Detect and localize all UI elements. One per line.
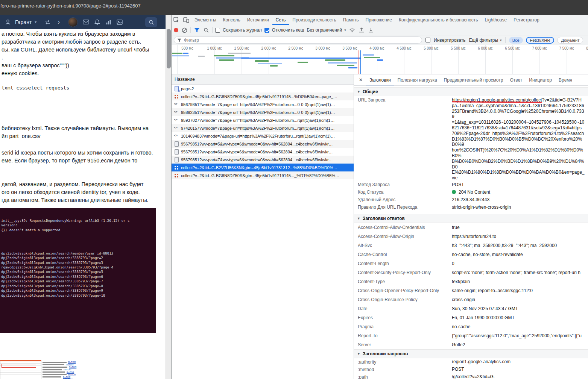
export-har-icon[interactable]: [368, 27, 374, 33]
timeline-tick-label: 4 000 мс: [363, 46, 390, 50]
devtools-tab[interactable]: Приложение: [362, 15, 395, 25]
timeline-tick-label: 2 500 мс: [282, 46, 309, 50]
network-request-row[interactable]: 95679851?wmode=7&page-url=https%3A%2F%2F…: [172, 100, 354, 108]
network-request-row[interactable]: 95679851?wv-part=5&wv-type=6&wmode=0&wv-…: [172, 140, 354, 148]
record-icon[interactable]: [174, 28, 178, 32]
rutor-link[interactable]: RuTOR: [68, 361, 76, 363]
status-code-row: Код Статуса 204 No Content: [354, 188, 588, 196]
inspect-element-icon[interactable]: [172, 15, 181, 25]
details-tab[interactable]: Время: [555, 74, 576, 86]
funnel-icon: [177, 38, 182, 42]
filter-pill[interactable]: Все: [509, 37, 523, 44]
mail-icon[interactable]: [82, 18, 90, 26]
attachment-thumbnail[interactable]: RuTORRuTORRuTORRuTORRuTORRuTORRuTORRuTOR: [0, 360, 135, 379]
network-request-row[interactable]: page-2: [172, 85, 354, 92]
waterfall-bar: [377, 59, 383, 61]
filter-pill[interactable]: Документ: [557, 37, 583, 44]
timeline-tick-label: 5 000 мс: [418, 46, 445, 50]
rutor-link[interactable]: RuTOR: [67, 371, 74, 373]
filter-input-box[interactable]: [174, 36, 422, 44]
rutor-link[interactable]: RuTOR: [64, 368, 71, 371]
details-tab[interactable]: Заголовки: [366, 74, 394, 86]
devtools-tab[interactable]: Регистратор: [510, 15, 543, 25]
throttling-select[interactable]: Без ограничений: [307, 27, 346, 33]
network-request-row[interactable]: collect?v=2&tid=G-BG8N8DZ50R&gtm=45je5bi…: [172, 92, 354, 100]
header-value: true: [452, 223, 585, 232]
header-name: :authority: [358, 358, 452, 366]
network-request-row[interactable]: 95679851?wv-part=6&wv-type=6&wmode=0&wv-…: [172, 148, 354, 156]
network-overview-timeline[interactable]: 500 мс1 000 мс1 500 мс2 000 мс2 500 мс3 …: [172, 45, 588, 74]
network-request-row[interactable]: 95892351?wmode=7&page-url=https%3A%2F%2F…: [172, 108, 354, 116]
clear-icon[interactable]: [181, 27, 188, 33]
preserve-log-checkbox[interactable]: [215, 28, 220, 33]
close-icon[interactable]: ✕: [357, 76, 365, 84]
waterfall-bar: [364, 57, 380, 58]
devtools-tab[interactable]: Производительность: [289, 15, 339, 25]
load-marker: [359, 50, 359, 74]
devtools-tab[interactable]: Элементы: [191, 15, 220, 25]
details-tab[interactable]: Инициатор: [526, 74, 555, 86]
swap-arrows-icon[interactable]: [43, 18, 52, 26]
details-tab[interactable]: Предварительный просмотр: [441, 74, 507, 86]
forum-paragraph: а постов. Чтобы взять кукисы из браузера…: [2, 30, 166, 77]
request-name: collect?v=2&tid=G-BG8N8DZ50R&gtm=45je5bi…: [181, 94, 337, 99]
page-scrollbar[interactable]: [166, 15, 171, 379]
rutor-link[interactable]: RuTOR: [69, 366, 76, 368]
header-name: Cache-Control: [358, 250, 452, 259]
rutor-link[interactable]: RuTOR: [63, 376, 70, 378]
request-name: 95679851?wv-part=7&wv-type=6&wmode=0&wv-…: [181, 158, 333, 162]
devtools-tab[interactable]: Источники: [244, 15, 272, 25]
network-request-row[interactable]: 101469483?wmode=7&page-url=https%3A%2F%2…: [172, 132, 354, 140]
network-request-row[interactable]: 97420157?wmode=7&page-url=https%3A%2F%2F…: [172, 124, 354, 132]
devtools-tab[interactable]: Lighthouse: [482, 15, 511, 25]
chart-icon[interactable]: [104, 18, 112, 26]
header-name: Content-Length: [358, 259, 452, 268]
details-tab[interactable]: Полезная нагрузка: [394, 74, 441, 86]
chevron-right-icon[interactable]: ›: [55, 18, 63, 26]
response-headers-section-header[interactable]: ▼ Заголовки ответов: [354, 214, 588, 223]
header-row: Cross-Origin-Resource-Policy cross-origi…: [354, 295, 588, 304]
header-value: h3=":443"; ma=2592000,h3-29=":443"; ma=2…: [452, 241, 585, 250]
filter-icon[interactable]: [193, 27, 200, 33]
request-headers-section-header[interactable]: ▼ Заголовки запросов: [354, 349, 588, 358]
request-type-icon: [174, 165, 179, 170]
request-type-icon: [174, 86, 179, 91]
search-button[interactable]: [145, 17, 157, 27]
network-request-row[interactable]: 95937027?wmode=7&page-url=https%3A%2F%2F…: [172, 116, 354, 124]
status-value: 204 No Content: [459, 190, 490, 195]
invert-checkbox[interactable]: [425, 38, 430, 42]
disable-cache-checkbox[interactable]: [264, 28, 269, 33]
timeline-tick-label: 2 000 мс: [255, 46, 282, 50]
filter-pill[interactable]: Fetch/XHR: [526, 37, 555, 44]
rutor-link[interactable]: RuTOR: [68, 373, 76, 376]
bell-icon[interactable]: [93, 18, 101, 26]
devtools-tab[interactable]: Сеть: [272, 15, 289, 25]
gallery-icon[interactable]: [115, 18, 124, 26]
devtools-tab[interactable]: Конфиденциальность и безопасность: [395, 15, 482, 25]
general-section-header[interactable]: ▼ Общие: [354, 87, 588, 96]
header-row: Pragma no-cache: [354, 322, 588, 331]
network-request-row[interactable]: collect?v=2&tid=G-BG8N8DZ50R&gtm=45je5bi…: [172, 171, 354, 179]
search-icon[interactable]: [203, 27, 210, 33]
rutor-link[interactable]: RuTOR: [66, 364, 73, 366]
network-conditions-icon[interactable]: [349, 27, 356, 33]
devtools-tab[interactable]: Память: [340, 15, 362, 25]
avatar[interactable]: [68, 17, 78, 27]
network-request-row[interactable]: 95679851?wv-part=7&wv-type=6&wmode=0&wv-…: [172, 156, 354, 164]
device-toolbar-icon[interactable]: [181, 15, 191, 25]
garant-menu[interactable]: Гарант▼: [15, 19, 37, 25]
request-type-icon: [174, 109, 179, 115]
header-name: Access-Control-Allow-Credentials: [358, 223, 452, 232]
header-row: Cross-Origin-Opener-Policy-Report-Only s…: [354, 286, 588, 295]
name-column-header[interactable]: Название: [172, 74, 354, 85]
import-har-icon[interactable]: [358, 27, 365, 33]
header-name: :method: [358, 366, 452, 373]
scrollbar-thumb[interactable]: [167, 29, 171, 68]
more-filters-button[interactable]: Ещё фильтры: [469, 38, 502, 43]
annotation-box: [2, 364, 36, 368]
devtools-tab[interactable]: Консоль: [220, 15, 244, 25]
network-request-row[interactable]: collect?v=2&tid=G-B2V7H56K8N&gtm=45je5bi…: [172, 164, 354, 171]
details-tab[interactable]: Ответ: [506, 74, 526, 86]
filter-input[interactable]: [184, 38, 419, 43]
response-headers-rows: Access-Control-Allow-Credentials true Ac…: [354, 223, 588, 349]
